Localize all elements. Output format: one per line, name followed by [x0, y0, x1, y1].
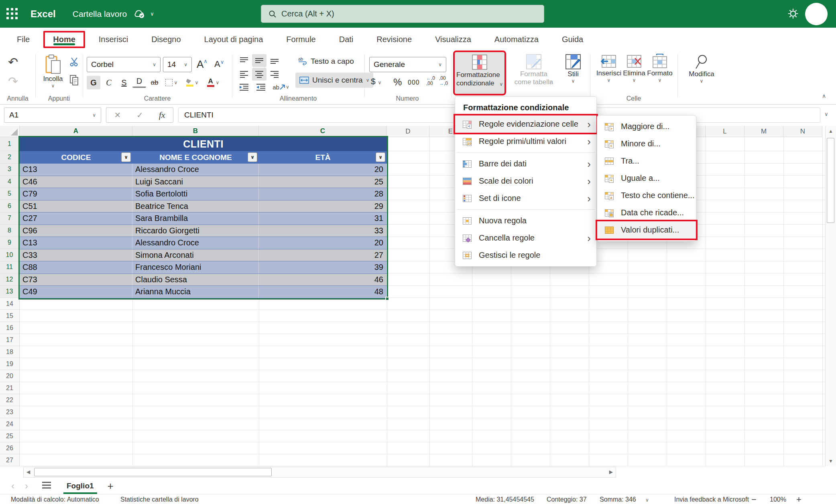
document-menu-chevron-icon[interactable]: ∨ — [150, 11, 154, 17]
filter-chevron-icon[interactable]: ∨ — [121, 152, 131, 162]
menu-item-uguale-a[interactable]: =Uguale a... — [597, 170, 696, 187]
align-center-button[interactable] — [252, 68, 266, 81]
scroll-up-icon[interactable]: ▲ — [828, 128, 833, 134]
text-orientation-button[interactable]: ab∨ — [271, 81, 291, 93]
row-header-1[interactable]: 1 — [0, 137, 20, 151]
format-cells-button[interactable]: Formato ∨ — [647, 53, 673, 83]
row-header-16[interactable]: 16 — [0, 322, 20, 334]
expand-formula-bar-icon[interactable]: ∨ — [824, 111, 828, 117]
row-header-26[interactable]: 26 — [0, 442, 20, 454]
select-all-corner[interactable] — [0, 126, 20, 137]
table-header-et[interactable]: ETÀ∨ — [259, 151, 387, 164]
search-input[interactable]: Cerca (Alt + X) — [261, 5, 544, 23]
currency-format-button[interactable]: $ ∨ — [371, 77, 381, 86]
double-underline-button[interactable]: D — [132, 76, 146, 88]
row-header-25[interactable]: 25 — [0, 430, 20, 442]
col-header-a[interactable]: A — [20, 126, 132, 137]
strikethrough-button[interactable]: ab — [148, 76, 161, 89]
tab-home[interactable]: Home — [43, 31, 85, 48]
cell[interactable]: C88 — [20, 261, 132, 273]
cell[interactable]: 20 — [259, 237, 387, 249]
percent-format-button[interactable]: % — [393, 77, 402, 88]
underline-button[interactable]: S — [117, 76, 131, 89]
cell[interactable]: C96 — [20, 225, 132, 237]
cell[interactable]: C51 — [20, 200, 132, 213]
wrap-text-button[interactable]: ab Testo a capo — [298, 57, 354, 66]
cell[interactable]: 33 — [259, 225, 387, 237]
row-header-27[interactable]: 27 — [0, 454, 20, 466]
zoom-level[interactable]: 100% — [770, 496, 786, 503]
menu-item-cancella-regole[interactable]: Cancella regole› — [455, 229, 596, 247]
row-header-20[interactable]: 20 — [0, 370, 20, 382]
scroll-down-icon[interactable]: ▼ — [828, 458, 833, 464]
tab-inserisci[interactable]: Inserisci — [89, 31, 138, 48]
zoom-in-button[interactable]: + — [796, 494, 801, 504]
name-box[interactable]: A1 ∨ — [4, 107, 101, 123]
col-header-c[interactable]: C — [259, 126, 387, 137]
menu-item-testo-che-contiene[interactable]: aTesto che contiene... — [597, 187, 696, 204]
align-top-button[interactable] — [237, 54, 251, 67]
scroll-left-icon[interactable]: ◀ — [26, 469, 30, 475]
thousands-format-button[interactable]: 000 — [408, 79, 420, 86]
cell[interactable]: 46 — [259, 274, 387, 286]
tab-visualizza[interactable]: Visualizza — [425, 31, 481, 48]
undo-icon[interactable]: ↶ — [8, 55, 18, 69]
menu-item-scale-dei-colori[interactable]: Scale dei colori› — [455, 172, 596, 190]
fx-icon[interactable]: fx — [159, 110, 165, 120]
row-header-8[interactable]: 8 — [0, 225, 20, 237]
align-left-button[interactable] — [237, 68, 251, 81]
font-family-select[interactable]: Corbel∨ — [87, 57, 161, 72]
row-header-23[interactable]: 23 — [0, 406, 20, 418]
next-sheet-icon[interactable]: › — [25, 480, 28, 492]
cell[interactable]: C73 — [20, 274, 132, 286]
cell[interactable]: 27 — [259, 249, 387, 261]
tab-disegno[interactable]: Disegno — [142, 31, 190, 48]
row-header-18[interactable]: 18 — [0, 346, 20, 358]
decrease-font-button[interactable]: A∨ — [214, 59, 224, 69]
row-header-6[interactable]: 6 — [0, 200, 20, 213]
row-header-4[interactable]: 4 — [0, 176, 20, 188]
row-header-5[interactable]: 5 — [0, 188, 20, 200]
horizontal-scroll-thumb[interactable] — [34, 468, 272, 476]
vertical-scroll-thumb[interactable] — [827, 138, 834, 223]
number-format-select[interactable]: Generale∨ — [369, 57, 446, 72]
all-sheets-icon[interactable] — [42, 482, 51, 490]
cell[interactable]: 25 — [259, 176, 387, 188]
cell[interactable]: C13 — [20, 164, 132, 176]
menu-item-data-che-ricade[interactable]: Data che ricade... — [597, 204, 696, 221]
menu-item-valori-duplicati[interactable]: Valori duplicati... — [597, 221, 696, 239]
menu-item-barre-dei-dati[interactable]: Barre dei dati› — [455, 155, 596, 172]
bold-button[interactable]: G — [87, 76, 100, 89]
tab-dati[interactable]: Dati — [330, 31, 363, 48]
row-header-13[interactable]: 13 — [0, 286, 20, 298]
tab-formule[interactable]: Formule — [277, 31, 325, 48]
cell[interactable]: Simona Arconati — [132, 249, 259, 261]
cell[interactable]: 20 — [259, 164, 387, 176]
collapse-ribbon-icon[interactable]: ∧ — [822, 93, 826, 99]
col-header-d[interactable]: D — [387, 126, 429, 137]
cell[interactable]: C13 — [20, 237, 132, 249]
font-color-button[interactable]: A∨ — [206, 76, 220, 89]
delete-cells-button[interactable]: Elimina ∨ — [622, 53, 646, 83]
conditional-formatting-button[interactable]: Formattazione condizionale ∨ — [455, 52, 504, 94]
cell[interactable]: C27 — [20, 213, 132, 225]
menu-item-tra[interactable]: Tra... — [597, 152, 696, 170]
col-header-m[interactable]: M — [744, 126, 783, 137]
avatar[interactable] — [805, 3, 828, 25]
cell[interactable]: Sara Brambilla — [132, 213, 259, 225]
row-header-24[interactable]: 24 — [0, 418, 20, 430]
menu-item-regole-evidenziazione-celle[interactable]: <Regole evidenziazione celle› — [455, 115, 596, 133]
cell[interactable]: C49 — [20, 286, 132, 298]
fill-color-button[interactable]: ∨ — [185, 76, 199, 89]
cell[interactable]: C79 — [20, 188, 132, 200]
insert-cells-button[interactable]: Inserisci ∨ — [596, 53, 621, 83]
tab-automatizza[interactable]: Automatizza — [485, 31, 548, 48]
add-sheet-button[interactable]: + — [108, 480, 114, 492]
cell[interactable]: C33 — [20, 249, 132, 261]
filter-chevron-icon[interactable]: ∨ — [248, 152, 257, 162]
row-header-12[interactable]: 12 — [0, 273, 20, 286]
decrease-decimal-button[interactable]: ,00→,0 — [439, 76, 448, 86]
row-header-3[interactable]: 3 — [0, 164, 20, 176]
row-header-9[interactable]: 9 — [0, 237, 20, 249]
scroll-right-icon[interactable]: ▶ — [609, 469, 613, 475]
